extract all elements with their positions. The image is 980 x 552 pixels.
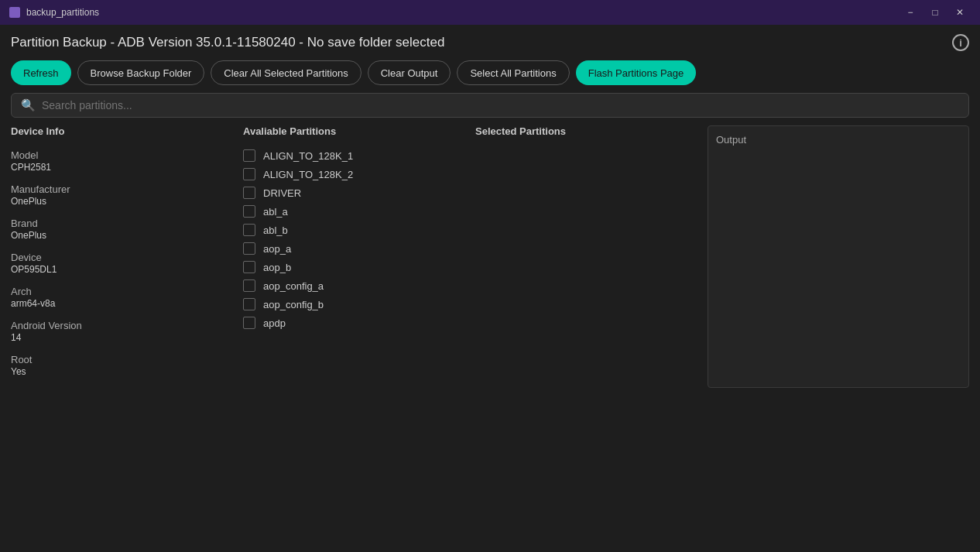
device-info-item: Android Version 14 bbox=[11, 320, 235, 343]
device-info-item: Model CPH2581 bbox=[11, 149, 235, 173]
close-button[interactable]: ✕ bbox=[949, 5, 971, 20]
partition-name: aop_config_b bbox=[263, 299, 324, 310]
window-controls: − □ ✕ bbox=[899, 5, 971, 20]
device-info-panel: Model CPH2581 Manufacturer OnePlus Brand… bbox=[11, 149, 243, 377]
partition-item[interactable]: aop_a bbox=[243, 242, 468, 255]
selected-partitions-col: Selected Partitions bbox=[475, 125, 708, 388]
partition-item[interactable]: abl_b bbox=[243, 224, 468, 236]
output-panel: Output bbox=[708, 125, 969, 388]
available-partitions-header: Avaliable Partitions bbox=[243, 125, 475, 140]
info-value: OnePlus bbox=[11, 196, 235, 207]
info-value: Yes bbox=[11, 366, 235, 377]
search-input[interactable] bbox=[42, 99, 959, 111]
partitions-panel: ALIGN_TO_128K_1 ALIGN_TO_128K_2 DRIVER a… bbox=[243, 149, 475, 335]
partition-item[interactable]: apdp bbox=[243, 317, 468, 329]
device-info-item: Arch arm64-v8a bbox=[11, 286, 235, 309]
columns-row: Device Info Model CPH2581 Manufacturer O… bbox=[11, 125, 969, 388]
info-label: Arch bbox=[11, 286, 235, 297]
device-info-item: Root Yes bbox=[11, 354, 235, 377]
device-info-header: Device Info bbox=[11, 125, 243, 140]
partition-item[interactable]: abl_a bbox=[243, 205, 468, 218]
partition-name: DRIVER bbox=[263, 187, 301, 199]
minimize-button[interactable]: − bbox=[899, 5, 921, 20]
partition-name: abl_b bbox=[263, 225, 288, 236]
device-info-item: Manufacturer OnePlus bbox=[11, 183, 235, 207]
info-label: Android Version bbox=[11, 320, 235, 331]
partition-checkbox[interactable] bbox=[243, 317, 255, 329]
header-row: Partition Backup - ADB Version 35.0.1-11… bbox=[11, 34, 969, 51]
output-title: Output bbox=[716, 134, 746, 146]
partition-name: ALIGN_TO_128K_2 bbox=[263, 169, 353, 180]
partition-name: abl_a bbox=[263, 206, 288, 218]
partition-checkbox[interactable] bbox=[243, 205, 255, 218]
partition-checkbox[interactable] bbox=[243, 168, 255, 180]
info-label: Root bbox=[11, 354, 235, 365]
maximize-button[interactable]: □ bbox=[924, 5, 946, 20]
partition-checkbox[interactable] bbox=[243, 187, 255, 199]
partition-item[interactable]: ALIGN_TO_128K_2 bbox=[243, 168, 468, 180]
partition-name: apdp bbox=[263, 317, 286, 329]
partition-checkbox[interactable] bbox=[243, 242, 255, 255]
search-icon: 🔍 bbox=[21, 98, 36, 112]
partition-item[interactable]: DRIVER bbox=[243, 187, 468, 199]
partition-item[interactable]: aop_config_a bbox=[243, 279, 468, 292]
partition-checkbox[interactable] bbox=[243, 149, 255, 162]
toolbar: Refresh Browse Backup Folder Clear All S… bbox=[11, 60, 969, 85]
clear-all-partitions-button[interactable]: Clear All Selected Partitions bbox=[211, 60, 361, 85]
device-info-item: Device OP595DL1 bbox=[11, 252, 235, 275]
device-info-item: Brand OnePlus bbox=[11, 218, 235, 241]
partition-name: aop_a bbox=[263, 243, 291, 255]
info-value: OnePlus bbox=[11, 230, 235, 241]
device-info-col: Device Info Model CPH2581 Manufacturer O… bbox=[11, 125, 243, 388]
browse-backup-button[interactable]: Browse Backup Folder bbox=[77, 60, 205, 85]
partition-name: aop_config_a bbox=[263, 280, 324, 292]
info-value: 14 bbox=[11, 332, 235, 343]
selected-partitions-header: Selected Partitions bbox=[475, 125, 708, 140]
partition-name: aop_b bbox=[263, 262, 291, 273]
partition-checkbox[interactable] bbox=[243, 279, 255, 292]
partition-checkbox[interactable] bbox=[243, 298, 255, 310]
select-all-button[interactable]: Select All Partitions bbox=[457, 60, 569, 85]
app-icon bbox=[9, 7, 20, 18]
info-label: Model bbox=[11, 149, 235, 161]
info-label: Brand bbox=[11, 218, 235, 229]
partition-item[interactable]: ALIGN_TO_128K_1 bbox=[243, 149, 468, 162]
partition-item[interactable]: aop_config_b bbox=[243, 298, 468, 310]
flash-partitions-button[interactable]: Flash Partitions Page bbox=[576, 60, 697, 85]
page-title: Partition Backup - ADB Version 35.0.1-11… bbox=[11, 35, 952, 50]
info-value: CPH2581 bbox=[11, 162, 235, 173]
app-name: backup_partitions bbox=[26, 7, 99, 18]
partition-checkbox[interactable] bbox=[243, 224, 255, 236]
clear-output-button[interactable]: Clear Output bbox=[368, 60, 451, 85]
info-value: arm64-v8a bbox=[11, 298, 235, 309]
title-bar-left: backup_partitions bbox=[9, 7, 99, 18]
info-icon[interactable]: i bbox=[952, 34, 969, 51]
info-label: Manufacturer bbox=[11, 183, 235, 195]
partition-name: ALIGN_TO_128K_1 bbox=[263, 150, 353, 162]
refresh-button[interactable]: Refresh bbox=[11, 60, 71, 85]
main-content: Partition Backup - ADB Version 35.0.1-11… bbox=[0, 25, 980, 397]
partition-checkbox[interactable] bbox=[243, 261, 255, 273]
info-label: Device bbox=[11, 252, 235, 263]
partition-item[interactable]: aop_b bbox=[243, 261, 468, 273]
info-value: OP595DL1 bbox=[11, 264, 235, 275]
title-bar: backup_partitions − □ ✕ bbox=[0, 0, 980, 25]
available-partitions-col: Avaliable Partitions ALIGN_TO_128K_1 ALI… bbox=[243, 125, 475, 388]
search-bar: 🔍 bbox=[11, 93, 969, 118]
